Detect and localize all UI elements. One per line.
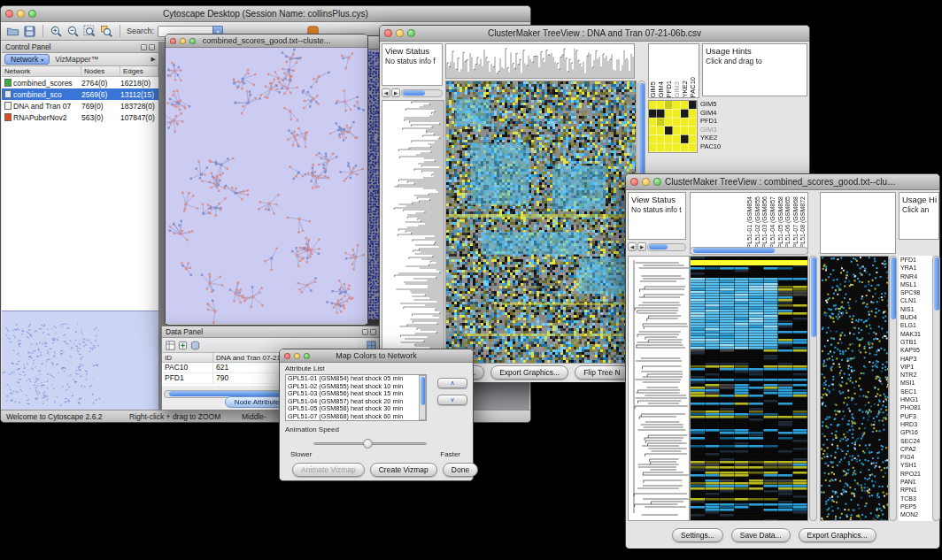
network-table-row[interactable]: combined_sco2569(6)13112(15) <box>2 88 158 100</box>
tv1-column-label[interactable]: GIM5 <box>649 81 657 97</box>
zoom-fit-icon[interactable] <box>83 25 97 38</box>
zoom-window-button[interactable] <box>407 29 415 37</box>
create-attribute-icon[interactable] <box>178 341 188 350</box>
gene-label[interactable]: KAP95 <box>899 346 932 354</box>
close-button[interactable] <box>630 178 638 186</box>
gene-label[interactable]: SPC98 <box>899 288 932 296</box>
gene-label[interactable]: MAK31 <box>899 330 932 338</box>
column-header-id[interactable]: ID <box>162 353 213 362</box>
tab-network[interactable]: Network ▾ <box>4 54 50 65</box>
gene-label[interactable]: PAN1 <box>899 478 932 486</box>
export-graphics-button[interactable]: Export Graphics... <box>799 528 876 542</box>
zoom-out-icon[interactable] <box>66 25 80 38</box>
tv1-heatmap-pane[interactable] <box>445 81 637 364</box>
slider-thumb[interactable] <box>363 439 373 449</box>
float-panel-icon[interactable] <box>362 329 368 335</box>
gene-label[interactable]: FIG4 <box>899 453 932 461</box>
zoom-window-button[interactable] <box>189 38 196 44</box>
column-header-network[interactable]: Network <box>2 66 81 76</box>
zoom-in-icon[interactable] <box>50 25 63 38</box>
gene-label[interactable]: HAP3 <box>899 355 932 363</box>
close-button[interactable] <box>170 38 176 44</box>
minimize-button[interactable] <box>396 29 404 37</box>
gene-label[interactable]: MSI1 <box>899 379 932 387</box>
tv2-row-dendrogram-pane[interactable] <box>628 256 690 521</box>
dialog-titlebar[interactable]: Map Colors to Network <box>280 349 473 363</box>
gene-label[interactable]: ELG1 <box>899 321 932 329</box>
export-graphics-button[interactable]: Export Graphics... <box>490 365 568 380</box>
network-overview-thumbnail[interactable] <box>2 311 158 410</box>
tv1-column-label[interactable]: YKE2 <box>681 81 689 97</box>
tv1-horizontal-scrollbar[interactable]: ◀ ▶ <box>382 88 443 98</box>
close-panel-icon[interactable] <box>149 44 155 50</box>
gene-list-scrollbar[interactable] <box>932 256 940 521</box>
zoom-window-button[interactable] <box>28 10 36 18</box>
scroll-right-icon[interactable]: ▶ <box>637 242 646 251</box>
gene-label[interactable]: SEC24 <box>899 437 932 445</box>
minimize-button[interactable] <box>642 178 650 186</box>
tv1-row-dendrogram-pane[interactable] <box>382 100 444 364</box>
tv1-correlation-matrix[interactable] <box>648 100 698 153</box>
gene-label[interactable]: TCB3 <box>899 495 932 502</box>
tv2-vertical-scrollbar[interactable] <box>809 256 817 521</box>
column-header-nodes[interactable]: Nodes <box>81 66 120 76</box>
close-button[interactable] <box>284 353 290 359</box>
tv1-matrix-row-label[interactable]: GIM5 <box>700 100 721 109</box>
treeview1-titlebar[interactable]: ClusterMaker TreeView : DNA and Tran 07-… <box>380 26 809 42</box>
network-table-row[interactable]: DNA and Tran 07769(0)183728(0) <box>2 100 158 111</box>
gene-label[interactable]: CLN1 <box>899 296 932 304</box>
tv2-secondary-vertical-scrollbar[interactable] <box>889 256 897 521</box>
scroll-left-icon[interactable]: ◀ <box>382 88 390 97</box>
gene-label[interactable]: RPN1 <box>899 486 932 494</box>
gene-label[interactable]: CPA2 <box>899 445 932 453</box>
column-header-edges[interactable]: Edges <box>120 66 158 76</box>
tv2-secondary-heatmap-pane[interactable] <box>820 256 889 521</box>
minimize-button[interactable] <box>294 353 300 359</box>
tv1-matrix-row-label[interactable]: GIM3 <box>700 126 721 134</box>
main-titlebar[interactable]: Cytoscape Desktop (Session Name: collins… <box>1 6 530 22</box>
attribute-listbox[interactable]: GPL51-01 (GSM854) heat shock 05 minGPL51… <box>285 374 427 421</box>
treeview2-window[interactable]: ClusterMaker TreeView : combined_scores_… <box>625 173 940 548</box>
save-data-button[interactable]: Save Data... <box>731 528 791 542</box>
move-attribute-up-button[interactable]: ∧ <box>437 378 467 388</box>
select-attributes-icon[interactable] <box>166 341 175 350</box>
gene-label[interactable]: GTB1 <box>899 338 932 346</box>
attribute-list-item[interactable]: GPL51-07 (GSM868) heat shock 60 min <box>286 413 426 421</box>
gene-label[interactable]: YSH1 <box>899 461 932 469</box>
tv1-column-label[interactable]: PAC10 <box>689 77 697 97</box>
tv1-column-label[interactable]: PFD1 <box>665 81 673 97</box>
animation-speed-slider[interactable] <box>313 442 427 445</box>
tv2-heatmap-scrollbar[interactable] <box>690 245 808 256</box>
tv1-column-label[interactable]: GIM4 <box>657 81 665 97</box>
tv2-heatmap-pane[interactable] <box>690 256 808 521</box>
close-panel-icon[interactable] <box>370 329 376 335</box>
control-panel-header[interactable]: Control Panel <box>2 42 158 53</box>
settings-button[interactable]: Settings... <box>672 528 723 542</box>
gene-label[interactable]: VIP1 <box>899 363 932 371</box>
minimize-button[interactable] <box>180 38 186 44</box>
gene-label[interactable]: RPO21 <box>899 470 932 478</box>
zoom-window-button[interactable] <box>304 353 310 359</box>
close-button[interactable] <box>5 10 13 18</box>
gene-label[interactable]: HRD3 <box>899 420 932 428</box>
attribute-list-scrollbar[interactable] <box>419 375 426 420</box>
create-vizmap-button[interactable]: Create Vizmap <box>370 463 437 477</box>
network-table-row[interactable]: RNAPuberNov2563(0)107847(0) <box>2 111 158 123</box>
gene-label[interactable]: GPI16 <box>899 428 932 436</box>
zoom-window-button[interactable] <box>653 178 661 186</box>
data-panel-header[interactable]: Data Panel <box>162 326 380 338</box>
zoom-selected-icon[interactable] <box>100 25 113 38</box>
network-canvas[interactable] <box>166 48 367 324</box>
close-button[interactable] <box>384 29 392 37</box>
map-colors-dialog[interactable]: Map Colors to Network Attribute List GPL… <box>279 349 474 481</box>
tab-vizmapper[interactable]: VizMapper™ <box>55 55 98 64</box>
animate-vizmap-button[interactable]: Animate Vizmap <box>292 463 365 477</box>
gene-label[interactable]: PHO81 <box>899 403 932 411</box>
tv1-matrix-row-label[interactable]: PAC10 <box>700 142 721 151</box>
gene-label[interactable]: NIS1 <box>899 305 932 313</box>
attribute-store-icon[interactable] <box>190 341 200 350</box>
network-view-window[interactable]: combined_scores_good.txt--cluste... <box>165 34 368 326</box>
done-button[interactable]: Done <box>443 463 478 477</box>
scroll-right-icon[interactable]: ▶ <box>391 88 400 97</box>
gene-label[interactable]: PFD1 <box>899 256 932 264</box>
